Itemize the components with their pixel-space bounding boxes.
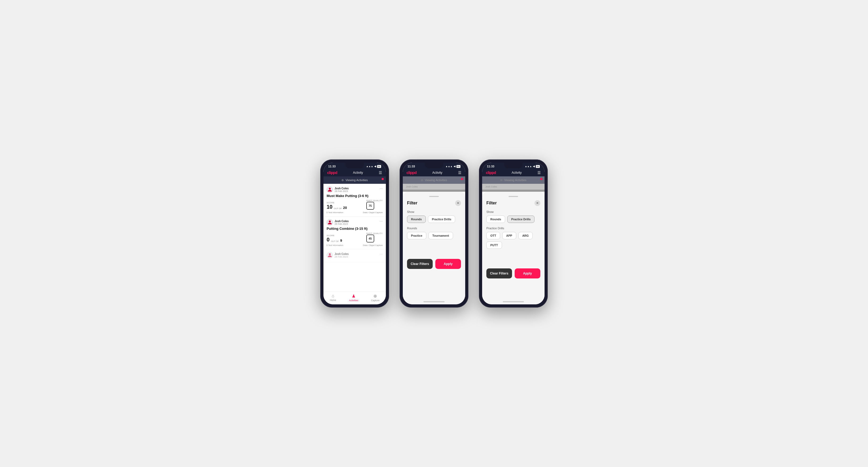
practice-btn-1[interactable]: Practice — [407, 232, 426, 239]
sq-label-2: Shot Quality — [366, 232, 383, 235]
rounds-btn-1[interactable]: Rounds — [407, 216, 426, 223]
drill-ott-btn[interactable]: OTT — [486, 232, 500, 239]
avatar-1 — [327, 186, 333, 193]
clear-filters-btn-1[interactable]: Clear Filters — [407, 259, 433, 269]
activities-icon: ♟ — [352, 293, 355, 299]
shot-quality-1: 75 — [366, 202, 374, 210]
backdrop-3: Josh Coles — [482, 184, 545, 192]
wifi-icon: ◀ — [374, 165, 376, 168]
menu-icon-2[interactable]: ☰ — [458, 170, 462, 175]
apply-btn-1[interactable]: Apply — [435, 259, 461, 269]
home-indicator-2 — [424, 301, 444, 302]
drill-app-btn[interactable]: APP — [502, 232, 516, 239]
filter-handle-2 — [508, 196, 518, 197]
out-of-2: OUT OF — [331, 240, 339, 243]
user-name-2: Josh Coles — [335, 220, 348, 223]
filter-show-section-1: Show Rounds Practice Drills — [407, 210, 461, 223]
phone-3: 11:33 ▲▲▲ ◀ 51 clippd Activity ☰ ⚙ Viewi… — [479, 159, 548, 308]
time-2: 11:33 — [408, 165, 415, 168]
drill-arg-btn[interactable]: ARG — [518, 232, 533, 239]
drill-putt-btn[interactable]: PUTT — [486, 242, 502, 249]
filter-actions-2: Clear Filters Apply — [486, 269, 540, 278]
filter-active-dot — [382, 178, 384, 180]
svg-point-0 — [329, 188, 331, 190]
phone-2: 11:33 ▲▲▲ ◀ 51 clippd Activity ☰ ⚙ Viewi… — [400, 159, 468, 308]
svg-point-2 — [329, 253, 331, 255]
activity-card-3[interactable]: Josh Coles 28 Feb 2023 ··· — [323, 249, 386, 262]
activity-card-1[interactable]: Josh Coles 28 Feb 2023 ··· Must Make Put… — [323, 184, 386, 217]
nav-home[interactable]: ⌂ Home — [330, 293, 336, 302]
activity-list: Josh Coles 28 Feb 2023 ··· Must Make Put… — [323, 184, 386, 292]
filter-sheet-2: Filter ✕ Show Rounds Practice Drills Pra… — [482, 192, 545, 299]
practice-drills-btn-1[interactable]: Practice Drills — [428, 216, 455, 223]
notch-2 — [425, 163, 443, 168]
more-options-1[interactable]: ··· — [379, 186, 383, 190]
filter-rounds-section-1: Rounds Practice Tournament — [407, 227, 461, 239]
user-name-3: Josh Coles — [335, 253, 348, 255]
data-source-1: Data: Clippd Capture — [363, 211, 383, 214]
viewing-label: Viewing Activities — [345, 179, 368, 182]
score-label-1: Score — [327, 201, 347, 204]
activities-label: Activities — [349, 299, 359, 302]
tournament-btn-1[interactable]: Tournament — [429, 232, 453, 239]
signal-icon: ▲▲▲ — [366, 165, 373, 168]
wifi-icon-3: ◀ — [533, 165, 535, 168]
filter-close-2[interactable]: ✕ — [534, 200, 540, 206]
nav-bar-3: clippd Activity ☰ — [482, 169, 545, 176]
battery-icon: 51 — [377, 165, 381, 168]
avatar-3 — [327, 252, 333, 258]
test-info-1: ℹ Test Information — [327, 211, 343, 214]
more-options-3[interactable]: ··· — [379, 252, 383, 256]
page-title-2: Activity — [432, 171, 442, 175]
menu-icon[interactable]: ☰ — [379, 170, 382, 175]
menu-icon-3[interactable]: ☰ — [537, 170, 541, 175]
filter-icon-dim-2: ⚙ — [421, 179, 423, 182]
user-date-3: 28 Feb 2023 — [335, 255, 348, 258]
show-label-1: Show — [407, 210, 461, 213]
capture-icon: ⊕ — [373, 293, 377, 299]
data-source-2: Data: Clippd Capture — [363, 244, 383, 246]
filter-close-1[interactable]: ✕ — [455, 200, 461, 206]
bottom-nav: ⌂ Home ♟ Activities ⊕ Capture — [323, 292, 386, 304]
nav-bar: clippd Activity ☰ — [323, 169, 386, 176]
practice-drills-btn-2[interactable]: Practice Drills — [507, 216, 534, 223]
signal-icon-3: ▲▲▲ — [525, 165, 532, 168]
clear-filters-btn-2[interactable]: Clear Filters — [486, 269, 512, 278]
apply-btn-2[interactable]: Apply — [515, 269, 540, 278]
bottom-indicator-2 — [403, 299, 465, 304]
more-options-2[interactable]: ··· — [379, 219, 383, 223]
activity-title-1: Must Make Putting (3-6 ft) — [327, 194, 383, 198]
score-label-2: Score — [327, 234, 342, 237]
filter-show-section-2: Show Rounds Practice Drills — [486, 210, 540, 223]
battery-icon-2: 51 — [457, 165, 460, 168]
app-logo: clippd — [327, 170, 337, 175]
status-icons: ▲▲▲ ◀ 51 — [366, 165, 381, 168]
nav-bar-2: clippd Activity ☰ — [403, 169, 465, 176]
app-logo-2: clippd — [406, 170, 416, 175]
nav-activities[interactable]: ♟ Activities — [349, 293, 359, 302]
viewing-activities-bar[interactable]: ⚙ Viewing Activities — [323, 176, 386, 184]
filter-dot-3 — [540, 178, 542, 180]
user-info-3: Josh Coles 28 Feb 2023 — [327, 252, 348, 258]
activity-card-2[interactable]: Josh Coles 28 Feb 2023 ··· Putting Combi… — [323, 217, 386, 249]
drills-section-label-2: Practice Drills — [486, 227, 540, 230]
page-title: Activity — [353, 171, 363, 175]
status-icons-2: ▲▲▲ ◀ 51 — [445, 165, 460, 168]
app-logo-3: clippd — [486, 170, 496, 175]
user-name-1: Josh Coles — [335, 187, 348, 190]
home-icon: ⌂ — [332, 293, 334, 298]
user-info-2: Josh Coles 28 Feb 2023 — [327, 219, 348, 225]
filter-title-2: Filter — [486, 201, 497, 206]
nav-capture[interactable]: ⊕ Capture — [371, 293, 379, 302]
filter-sheet-1: Filter ✕ Show Rounds Practice Drills Rou… — [403, 192, 465, 299]
rounds-btn-2[interactable]: Rounds — [486, 216, 505, 223]
activity-title-2: Putting Combine (3-15 ft) — [327, 227, 383, 230]
avatar-2 — [327, 219, 333, 225]
user-info-1: Josh Coles 28 Feb 2023 — [327, 186, 348, 193]
filter-icon-dim-3: ⚙ — [500, 179, 502, 182]
test-info-2: ℹ Test Information — [327, 244, 343, 246]
filter-title-1: Filter — [407, 201, 417, 206]
score-value-1: 10 — [327, 204, 333, 210]
phone-1: 11:33 ▲▲▲ ◀ 51 clippd Activity ☰ ⚙ Viewi… — [320, 159, 389, 308]
backdrop-2: Josh Coles — [403, 184, 465, 192]
